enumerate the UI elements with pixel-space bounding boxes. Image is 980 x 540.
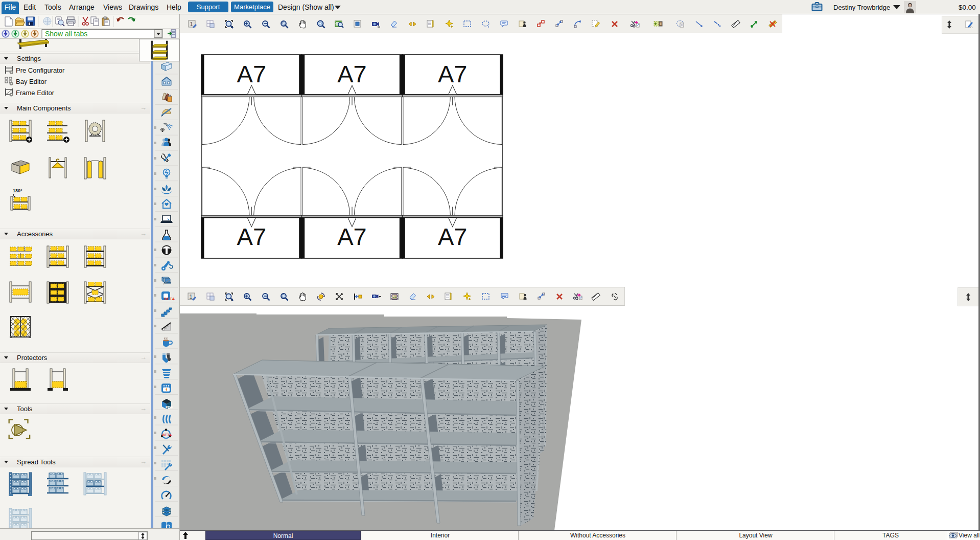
svg-text:Show all tabs: Show all tabs xyxy=(45,30,87,38)
svg-text:PDF: PDF xyxy=(166,406,173,409)
svg-text:BETA: BETA xyxy=(162,433,172,437)
svg-text:A7: A7 xyxy=(438,60,468,87)
svg-text:A7: A7 xyxy=(237,60,267,87)
svg-text:A7: A7 xyxy=(337,60,367,87)
svg-text:BETA: BETA xyxy=(164,297,175,301)
